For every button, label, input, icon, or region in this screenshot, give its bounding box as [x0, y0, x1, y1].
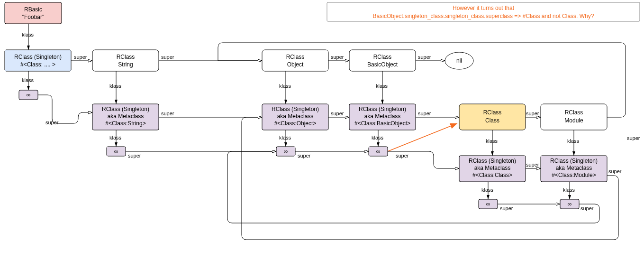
- inf-string: ∞: [114, 148, 118, 155]
- mod-l1: RClass: [565, 109, 583, 116]
- klass-l1: RClass: [483, 109, 502, 116]
- inf-foobar: ∞: [27, 92, 31, 98]
- node-string: [92, 50, 159, 71]
- inf-module: ∞: [568, 201, 572, 207]
- mbo-l3: #<Class:BasicObject>: [354, 120, 410, 127]
- lbl-mobject-super: super: [331, 111, 344, 116]
- obj-l1: RClass: [286, 54, 305, 60]
- lbl-inf1-super: super: [45, 120, 59, 125]
- lbl-module-klass: klass: [567, 138, 580, 144]
- mbo-l2: aka Metaclass: [364, 113, 401, 120]
- bo-l2: BasicObject: [367, 61, 398, 68]
- lbl-infbasic-super: super: [396, 153, 409, 158]
- lbl-class-super: super: [526, 111, 539, 116]
- lbl-object-klass: klass: [279, 83, 291, 89]
- inf-basicobject: ∞: [376, 148, 381, 155]
- lbl-mstring-super: super: [161, 111, 174, 116]
- mobj-l2: aka Metaclass: [277, 113, 314, 120]
- mmod-l2: aka Metaclass: [556, 165, 592, 171]
- node-singleton-foobar: [5, 50, 71, 71]
- mobj-l1: RClass (Singleton): [272, 106, 319, 112]
- mmod-l3: #<Class:Module>: [552, 172, 596, 178]
- lbl-sfoo-super: super: [74, 54, 87, 60]
- lbl-infmodule-super: super: [581, 205, 594, 211]
- mklass-l3: #<Class:Class>: [472, 172, 512, 178]
- lbl-object-super: super: [331, 54, 344, 60]
- edge-inf1-super: [38, 95, 92, 123]
- lbl-mbasicobject-super: super: [418, 111, 431, 116]
- mklass-l1: RClass (Singleton): [469, 158, 516, 164]
- lbl-mclass-klass: klass: [481, 187, 494, 193]
- klass-l2: Class: [485, 117, 499, 124]
- sfoo-l2: #<Class: .... >: [20, 61, 55, 68]
- mmod-l1: RClass (Singleton): [550, 158, 598, 164]
- nil-l1: nil: [456, 57, 462, 64]
- mobj-l3: #<Class:Object>: [274, 120, 317, 127]
- bo-l1: RClass: [373, 54, 392, 60]
- lbl-mobject-klass: klass: [279, 135, 291, 140]
- lbl-infclass-super: super: [500, 205, 513, 211]
- node-object: [262, 50, 328, 71]
- lbl-string-klass: klass: [109, 83, 122, 89]
- string-l2: String: [118, 61, 133, 68]
- mstr-l2: aka Metaclass: [108, 113, 144, 120]
- string-l1: RClass: [117, 54, 135, 60]
- lbl-basicobject-super: super: [418, 54, 431, 60]
- node-basicobject: [349, 50, 416, 71]
- callout-line1: However it turns out that: [453, 5, 515, 11]
- lbl-string-super: super: [161, 54, 174, 60]
- mod-l2: Module: [564, 117, 583, 124]
- lbl-mmodule-klass: klass: [563, 187, 575, 193]
- lbl-mbasicobject-klass: klass: [372, 135, 384, 140]
- mbo-l1: RClass (Singleton): [359, 106, 406, 112]
- lbl-mclass-super: super: [526, 162, 539, 168]
- mklass-l2: aka Metaclass: [474, 165, 511, 171]
- obj-l2: Object: [287, 61, 304, 68]
- lbl-sfoo-klass: klass: [22, 77, 34, 83]
- lbl-class-klass: klass: [486, 138, 498, 144]
- rbasic-l1: RBasic: [24, 6, 42, 13]
- sfoo-l1: RClass (Singleton): [14, 54, 62, 60]
- lbl-module-super: super: [627, 135, 640, 141]
- callout-line2: BasicObject.singleton_class.singleton_cl…: [373, 13, 594, 19]
- inf-object: ∞: [284, 148, 288, 155]
- inf-class: ∞: [486, 201, 490, 207]
- lbl-basicobject-klass: klass: [376, 83, 388, 89]
- lbl-mstring-klass: klass: [109, 135, 122, 140]
- lbl-mmodule-super: super: [608, 168, 622, 174]
- node-rbasic: [5, 2, 62, 24]
- rbasic-l2: "Foobar": [22, 14, 45, 20]
- mstr-l3: #<Class:String>: [105, 120, 145, 127]
- lbl-infstring-super: super: [128, 153, 141, 158]
- lbl-infobject-super: super: [298, 153, 311, 158]
- mstr-l1: RClass (Singleton): [102, 106, 149, 112]
- lbl-rbasic-klass: klass: [22, 32, 34, 37]
